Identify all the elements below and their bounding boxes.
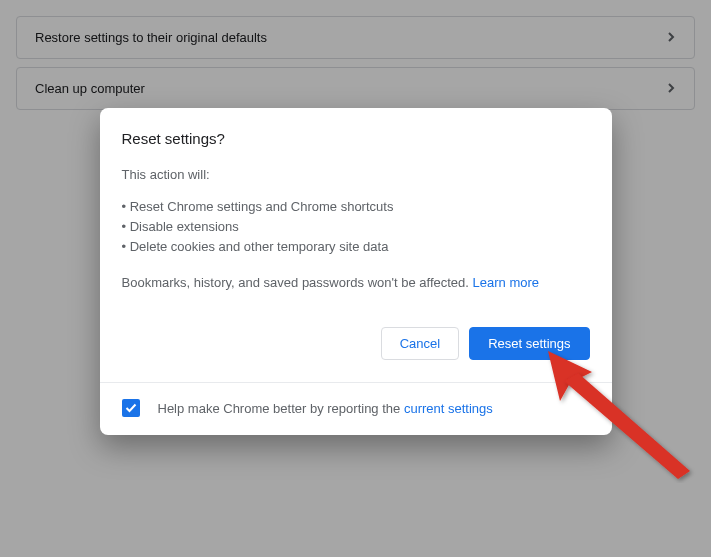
current-settings-link[interactable]: current settings	[404, 401, 493, 416]
learn-more-link[interactable]: Learn more	[473, 275, 539, 290]
check-icon	[124, 401, 138, 415]
reset-settings-button[interactable]: Reset settings	[469, 327, 589, 360]
reset-settings-dialog: Reset settings? This action will: • Rese…	[100, 108, 612, 435]
dialog-bullet: • Reset Chrome settings and Chrome short…	[122, 197, 590, 217]
cancel-button[interactable]: Cancel	[381, 327, 459, 360]
dialog-description: This action will: • Reset Chrome setting…	[122, 165, 590, 293]
dialog-intro: This action will:	[122, 165, 590, 185]
dialog-body: Reset settings? This action will: • Rese…	[100, 108, 612, 309]
dialog-title: Reset settings?	[122, 130, 590, 147]
dialog-actions: Cancel Reset settings	[100, 309, 612, 382]
dialog-bullet: • Disable extensions	[122, 217, 590, 237]
dialog-bullets: • Reset Chrome settings and Chrome short…	[122, 197, 590, 257]
report-checkbox[interactable]	[122, 399, 140, 417]
dialog-footer: Help make Chrome better by reporting the…	[100, 382, 612, 435]
dialog-bullet: • Delete cookies and other temporary sit…	[122, 237, 590, 257]
modal-overlay: Reset settings? This action will: • Rese…	[0, 0, 711, 557]
dialog-footer-text: Help make Chrome better by reporting the…	[158, 401, 493, 416]
dialog-note: Bookmarks, history, and saved passwords …	[122, 273, 590, 293]
